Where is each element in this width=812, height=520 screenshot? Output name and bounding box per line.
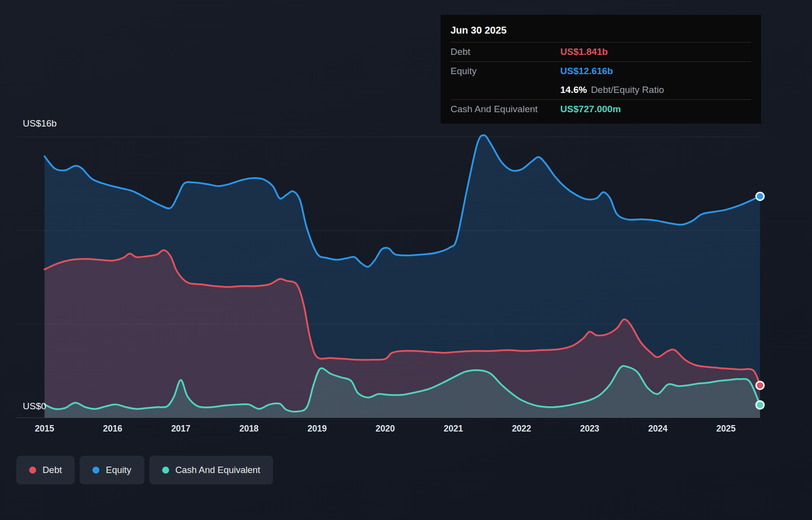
legend-item-debt[interactable]: Debt: [16, 456, 75, 484]
debt-dot-icon: [29, 467, 36, 474]
tooltip-row-equity: Equity US$12.616b: [451, 62, 751, 81]
tooltip-equity-label: Equity: [451, 66, 560, 77]
tooltip-cash-label: Cash And Equivalent: [451, 104, 560, 115]
y-axis-label-top: US$16b: [23, 118, 57, 129]
chart-page: US$16b US$0 2015201620172018201920202021…: [0, 0, 812, 520]
tooltip-row-ratio: 14.6% Debt/Equity Ratio: [451, 81, 751, 100]
y-axis-label-bottom: US$0: [23, 401, 46, 412]
legend-item-cash[interactable]: Cash And Equivalent: [149, 456, 273, 484]
x-tick-label-2024: 2024: [648, 424, 668, 434]
equity-dot-icon: [92, 467, 99, 474]
chart-legend: Debt Equity Cash And Equivalent: [16, 456, 273, 484]
x-tick-label-2025: 2025: [717, 424, 736, 434]
chart-tooltip: Jun 30 2025 Debt US$1.841b Equity US$12.…: [441, 15, 761, 124]
tooltip-cash-value: US$727.000m: [560, 104, 621, 115]
cash-and-equivalent-end-marker: [756, 401, 764, 409]
x-tick-label-2021: 2021: [444, 424, 463, 434]
legend-equity-label: Equity: [106, 465, 131, 476]
tooltip-debt-value: US$1.841b: [560, 46, 608, 57]
x-tick-label-2015: 2015: [35, 424, 54, 434]
tooltip-ratio-value: 14.6%: [560, 85, 587, 95]
x-tick-label-2018: 2018: [239, 424, 259, 434]
tooltip-date: Jun 30 2025: [451, 22, 751, 43]
x-tick-label-2020: 2020: [376, 424, 395, 434]
tooltip-ratio-label: Debt/Equity Ratio: [591, 85, 664, 95]
tooltip-row-cash: Cash And Equivalent US$727.000m: [451, 100, 751, 119]
tooltip-row-debt: Debt US$1.841b: [451, 43, 751, 62]
tooltip-equity-value: US$12.616b: [560, 66, 613, 77]
x-tick-label-2017: 2017: [171, 424, 190, 434]
legend-debt-label: Debt: [43, 465, 62, 476]
x-tick-label-2016: 2016: [103, 424, 122, 434]
legend-item-equity[interactable]: Equity: [80, 456, 144, 484]
x-tick-label-2023: 2023: [580, 424, 599, 434]
x-tick-label-2022: 2022: [512, 424, 531, 434]
legend-cash-label: Cash And Equivalent: [176, 465, 261, 476]
x-tick-label-2019: 2019: [308, 424, 327, 434]
equity-end-marker: [756, 192, 764, 200]
cash-dot-icon: [162, 467, 169, 474]
tooltip-debt-label: Debt: [451, 46, 560, 57]
debt-end-marker: [756, 382, 764, 390]
